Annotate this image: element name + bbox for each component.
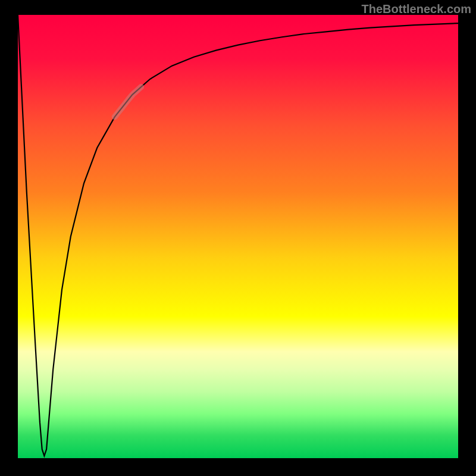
- curve-layer: [18, 15, 458, 458]
- plot-area: [18, 15, 458, 458]
- chart-container: TheBottleneck.com: [0, 0, 476, 476]
- highlight-segment: [115, 87, 141, 117]
- bottleneck-curve-path: [18, 15, 458, 456]
- watermark-text: TheBottleneck.com: [362, 2, 471, 16]
